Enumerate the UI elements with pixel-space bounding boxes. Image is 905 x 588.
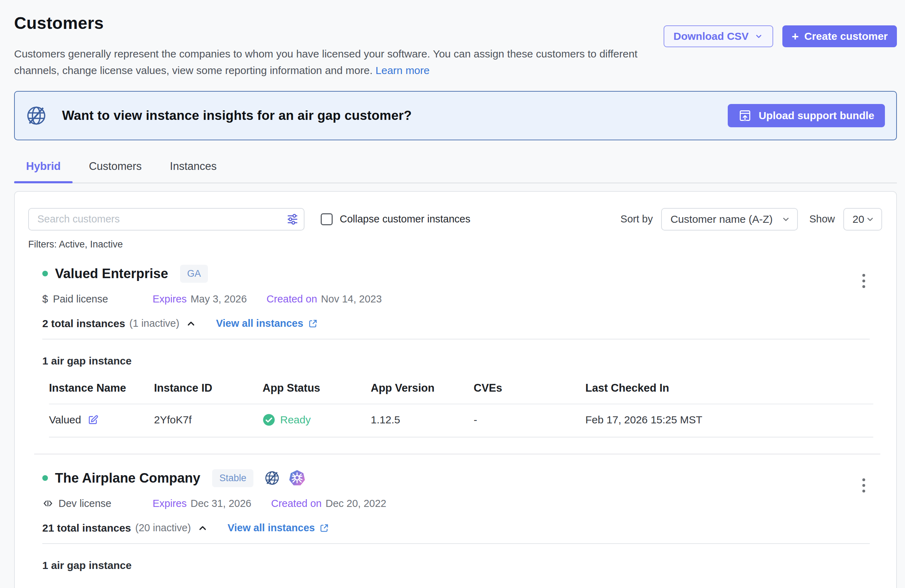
collapse-caret-icon[interactable] xyxy=(186,318,196,329)
instances-inactive: (1 inactive) xyxy=(129,318,179,329)
col-app-version: App Version xyxy=(371,371,474,404)
col-instance-id: Instance ID xyxy=(154,576,262,588)
toolbar: Collapse customer instances Sort by Cust… xyxy=(28,208,882,230)
app-status: Ready xyxy=(262,413,371,426)
collapse-caret-icon[interactable] xyxy=(197,523,208,533)
instances-summary-row: 21 total instances (20 inactive) View al… xyxy=(42,522,882,534)
tab-bar: Hybrid Customers Instances xyxy=(14,160,897,183)
col-app-version: App Version xyxy=(371,576,474,588)
airgap-instances-table: Instance Name Instance ID App Status App… xyxy=(49,576,873,588)
upload-support-bundle-button[interactable]: Upload support bundle xyxy=(728,104,885,127)
airgap-banner-title: Want to view instance insights for an ai… xyxy=(62,108,411,123)
instances-total: 21 total instances xyxy=(42,522,131,534)
external-link-icon xyxy=(308,319,318,329)
expires-value: May 3, 2026 xyxy=(191,293,247,305)
active-filters-text: Filters: Active, Inactive xyxy=(28,239,882,250)
divider xyxy=(42,543,870,544)
channel-badge: Stable xyxy=(212,469,253,487)
customers-page: Customers Customers generally represent … xyxy=(0,0,905,588)
airgap-icon xyxy=(264,470,280,486)
expires-field: Expires May 3, 2026 xyxy=(152,293,247,305)
divider xyxy=(42,339,870,340)
app-status-label: Ready xyxy=(280,414,311,426)
airgap-banner: Want to view instance insights for an ai… xyxy=(14,91,897,140)
active-status-dot xyxy=(42,475,48,481)
chevron-down-icon xyxy=(754,32,763,41)
customer-block-valued-enterprise: Valued Enterprise GA $ Paid license Expi… xyxy=(42,265,882,437)
kubernetes-icon xyxy=(289,470,306,486)
instance-id: 2YfoK7f xyxy=(154,404,262,437)
sort-select[interactable]: Customer name (A-Z) xyxy=(661,208,798,230)
table-header-row: Instance Name Instance ID App Status App… xyxy=(49,576,873,588)
search-input[interactable] xyxy=(28,208,305,230)
page-header: Customers Customers generally represent … xyxy=(14,11,897,79)
page-description-text: Customers generally represent the compan… xyxy=(14,48,638,76)
page-title: Customers xyxy=(14,13,641,33)
code-icon xyxy=(42,498,54,509)
tab-customers[interactable]: Customers xyxy=(77,160,154,183)
created-label: Created on xyxy=(267,293,317,305)
customer-menu-kebab-icon[interactable] xyxy=(859,475,868,495)
customer-header: Valued Enterprise GA xyxy=(42,265,882,283)
app-version: 1.12.5 xyxy=(371,404,474,437)
upload-icon xyxy=(738,109,752,122)
col-cves: CVEs xyxy=(474,371,585,404)
table-header-row: Instance Name Instance ID App Status App… xyxy=(49,371,873,404)
instances-total: 2 total instances xyxy=(42,318,125,330)
license-type-label: Paid license xyxy=(53,293,108,305)
col-last-checked-in: Last Checked In xyxy=(585,576,873,588)
sort-select-value: Customer name (A-Z) xyxy=(670,213,773,225)
page-header-text: Customers Customers generally represent … xyxy=(14,11,641,79)
search-wrap xyxy=(28,208,305,230)
check-circle-icon xyxy=(262,413,275,426)
view-all-instances-link[interactable]: View all instances xyxy=(216,318,318,329)
show-select[interactable]: 20 xyxy=(843,208,882,230)
tab-instances[interactable]: Instances xyxy=(158,160,229,183)
edit-icon[interactable] xyxy=(87,414,99,426)
plus-icon: + xyxy=(792,30,799,43)
collapse-instances-checkbox[interactable] xyxy=(321,213,333,225)
expires-label: Expires xyxy=(152,293,187,305)
learn-more-link[interactable]: Learn more xyxy=(376,65,430,76)
tab-hybrid[interactable]: Hybrid xyxy=(14,160,73,183)
customer-name[interactable]: Valued Enterprise xyxy=(55,266,168,281)
chevron-down-icon xyxy=(865,215,875,224)
cves: - xyxy=(474,404,585,437)
dollar-icon: $ xyxy=(42,293,48,305)
view-all-instances-label: View all instances xyxy=(228,522,315,534)
col-app-status: App Status xyxy=(262,576,371,588)
collapse-instances-label: Collapse customer instances xyxy=(340,213,470,225)
customer-name[interactable]: The Airplane Company xyxy=(55,470,200,486)
airgap-globe-icon xyxy=(25,105,47,127)
airgap-instances-heading: 1 air gap instance xyxy=(42,559,882,571)
license-type: $ Paid license xyxy=(42,293,152,305)
airgap-instances-table: Instance Name Instance ID App Status App… xyxy=(49,371,873,437)
create-customer-label: Create customer xyxy=(804,30,888,42)
created-field: Created on Dec 20, 2022 xyxy=(271,498,386,509)
customer-meta: $ Paid license Expires May 3, 2026 Creat… xyxy=(42,293,882,305)
customer-header: The Airplane Company Stable xyxy=(42,469,882,487)
show-select-value: 20 xyxy=(853,213,864,225)
filter-sliders-icon[interactable] xyxy=(286,213,299,226)
header-actions: Download CSV + Create customer xyxy=(664,25,897,47)
active-status-dot xyxy=(42,271,48,277)
table-row: Valued 2YfoK7f xyxy=(49,404,873,437)
customer-block-the-airplane-company: The Airplane Company Stable xyxy=(42,469,882,588)
expires-label: Expires xyxy=(152,498,187,509)
create-customer-button[interactable]: + Create customer xyxy=(782,25,897,47)
download-csv-label: Download CSV xyxy=(673,30,749,42)
col-last-checked-in: Last Checked In xyxy=(585,371,873,404)
customers-card: Collapse customer instances Sort by Cust… xyxy=(14,191,897,588)
instance-name: Valued xyxy=(49,414,81,426)
collapse-instances-toggle[interactable]: Collapse customer instances xyxy=(321,213,470,225)
customer-type-icons xyxy=(264,470,306,486)
created-value: Nov 14, 2023 xyxy=(321,293,382,305)
instance-name-cell: Valued xyxy=(49,414,154,426)
customer-menu-kebab-icon[interactable] xyxy=(859,271,868,291)
external-link-icon xyxy=(319,523,329,533)
col-cves: CVEs xyxy=(474,576,585,588)
view-all-instances-link[interactable]: View all instances xyxy=(228,522,330,534)
download-csv-button[interactable]: Download CSV xyxy=(664,25,773,47)
customer-section-divider xyxy=(34,454,880,455)
page-description: Customers generally represent the compan… xyxy=(14,46,641,79)
